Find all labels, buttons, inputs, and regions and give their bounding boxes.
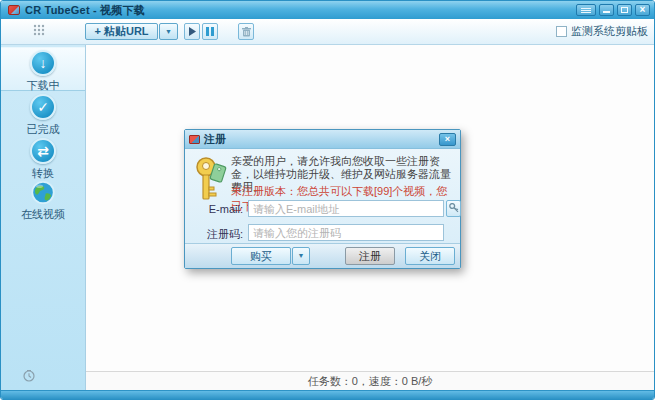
play-icon [188, 27, 197, 36]
main-menu-button[interactable] [576, 4, 596, 16]
statusbar: 任务数：0，速度：0 B/秒 [86, 371, 654, 390]
sidebar-item-label: 下载中 [27, 78, 60, 93]
regcode-field[interactable] [248, 224, 444, 241]
close-button[interactable]: × [635, 4, 650, 16]
dialog-button-band: 购买 ▼ 注册 关闭 [185, 243, 460, 268]
app-window: CR TubeGet - 视频下载 × + 粘贴URL ▼ [0, 0, 655, 400]
scheduler-clock-icon[interactable] [23, 370, 35, 382]
app-icon [8, 5, 20, 15]
status-text: 任务数：0，速度：0 B/秒 [308, 375, 433, 387]
pause-download-button[interactable] [202, 23, 218, 40]
buy-button[interactable]: 购买 [231, 247, 291, 265]
sidebar-item-label: 在线视频 [21, 207, 65, 222]
sidebar-item-downloading[interactable]: ↓ 下载中 [1, 47, 85, 91]
paste-url-dropdown[interactable]: ▼ [159, 23, 178, 40]
dialog-title: 注册 [204, 132, 226, 147]
maximize-button[interactable] [617, 4, 632, 16]
buy-dropdown-button[interactable]: ▼ [292, 247, 310, 265]
dialog-titlebar: 注册 × [185, 130, 460, 149]
paste-url-button[interactable]: + 粘贴URL [85, 23, 158, 40]
convert-circle-icon: ⇄ [30, 138, 56, 164]
window-bottom-frame [1, 390, 654, 399]
monitor-clipboard-checkbox[interactable]: 监测系统剪贴板 [556, 24, 648, 39]
globe-icon [29, 180, 57, 205]
small-key-icon [449, 203, 459, 214]
titlebar: CR TubeGet - 视频下载 × [1, 1, 654, 19]
window-title: CR TubeGet - 视频下载 [25, 3, 145, 18]
delete-task-button[interactable] [238, 23, 254, 40]
fetch-code-button[interactable] [446, 200, 461, 217]
checkbox-icon [556, 26, 567, 37]
sidebar-item-online-video[interactable]: 在线视频 [1, 178, 85, 222]
dialog-app-icon [189, 135, 200, 144]
email-field[interactable] [248, 200, 444, 217]
toolbar: + 粘贴URL ▼ 监测系统剪贴板 [1, 19, 654, 45]
dialog-close-button[interactable]: × [439, 133, 456, 146]
download-circle-icon: ↓ [30, 50, 56, 76]
pause-icon [206, 27, 214, 36]
regcode-label: 注册码: [191, 227, 243, 242]
key-icon [195, 157, 227, 203]
register-dialog: 注册 × 亲爱的用户，请允许我向您收取一些注册资金，以维持功能升级、维护及网站服… [184, 129, 461, 269]
start-download-button[interactable] [184, 23, 200, 40]
sidebar: ↓ 下载中 ✓ 已完成 ⇄ 转换 在线视频 [1, 45, 86, 390]
check-circle-icon: ✓ [30, 94, 56, 120]
email-label: E-mail: [191, 203, 243, 215]
dialog-close-action-button[interactable]: 关闭 [405, 247, 455, 265]
register-button[interactable]: 注册 [345, 247, 395, 265]
grip-icon [33, 24, 45, 38]
sidebar-item-label: 已完成 [27, 122, 60, 137]
trash-icon [242, 27, 251, 37]
monitor-clipboard-label: 监测系统剪贴板 [571, 24, 648, 39]
sidebar-item-convert[interactable]: ⇄ 转换 [1, 136, 85, 180]
minimize-button[interactable] [599, 4, 614, 16]
sidebar-item-completed[interactable]: ✓ 已完成 [1, 92, 85, 136]
